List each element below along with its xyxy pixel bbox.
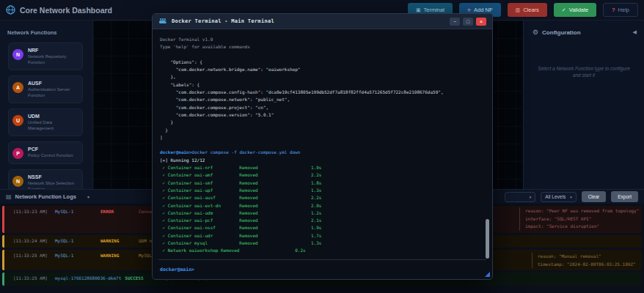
terminal-prompt-text: docker@main> <box>160 149 191 155</box>
terminal-line: docker@main>docker compose -f docker-com… <box>160 149 485 156</box>
terminal-line: "Options": { <box>160 59 485 66</box>
config-title: Configuration <box>542 29 580 36</box>
nf-name: UDM <box>28 114 78 119</box>
terminal-line: ✓ Container oai-smf Removed 1.8s <box>160 179 485 187</box>
sidebar-item-udm[interactable]: UUDMUnified Data Management <box>8 108 83 136</box>
terminal-line: ✓ Container oai-udm Removed 1.2s <box>160 209 485 217</box>
nf-badge: U <box>12 115 23 126</box>
level-filter-dropdown[interactable]: All Levels ▾ <box>541 192 576 202</box>
config-header: ⚙ Configuration ◀ <box>524 21 644 36</box>
terminal-window: Docker Terminal - Main Terminal − □ × Do… <box>152 13 493 280</box>
logs-caret-icon[interactable]: ▼ <box>87 195 90 199</box>
window-controls: − □ × <box>450 18 486 26</box>
nf-description: Policy Control Function <box>28 153 73 159</box>
check-icon: ✓ <box>562 7 566 13</box>
nf-name: NSSF <box>28 174 78 179</box>
nf-description: Authentication Server Function <box>28 87 78 98</box>
log-level: WARNING <box>100 253 135 258</box>
nf-badge: N <box>12 176 23 187</box>
terminal-line: ✓ Container oai-ext-dn Removed 2.0s <box>160 202 485 209</box>
terminal-line: } <box>160 127 485 134</box>
terminal-line: ✓ Container oai-ausf Removed 2.2s <box>160 194 485 201</box>
source-filter-dropdown[interactable]: ▾ <box>505 192 535 202</box>
globe-icon <box>6 5 15 15</box>
logs-title: Network Function Logs <box>15 193 76 200</box>
logs-icon: ▤ <box>6 193 12 200</box>
nf-name: PCF <box>28 146 73 152</box>
level-filter-value: All Levels <box>545 194 566 199</box>
terminal-line: ✓ Container oai-pcf Removed 2.1s <box>160 217 485 224</box>
plus-icon: + <box>467 7 471 14</box>
terminal-window-titlebar[interactable]: Docker Terminal - Main Terminal − □ × <box>153 14 492 29</box>
terminal-line: Docker Terminal v1.0 <box>160 36 485 43</box>
terminal-line: }, <box>160 73 485 81</box>
terminal-line: ✓ Container oai-upf Removed 1.3s <box>160 187 485 194</box>
terminal-line: "com.docker.compose.project": "cn", <box>160 104 485 111</box>
logs-controls: ▾ All Levels ▾ Clear Export <box>505 191 638 202</box>
button-label: Terminal <box>424 7 444 13</box>
log-timestamp: [11:33:23 AM] <box>13 209 51 214</box>
terminal-line: "Labels": { <box>160 81 485 89</box>
config-panel: ⚙ Configuration ◀ Select a Network Funct… <box>523 21 644 189</box>
log-source: MySQL-1 <box>55 209 97 214</box>
gear-icon: ⚙ <box>533 29 538 36</box>
log-level: WARNING <box>100 238 135 243</box>
sidebar-item-nrf[interactable]: NNRFNetwork Repository Function <box>8 42 83 70</box>
log-details: reason: "Manual removal" timestamp: "202… <box>532 253 636 268</box>
trash-icon: ▥ <box>516 7 521 13</box>
resize-handle-icon[interactable] <box>485 272 490 277</box>
button-label: Validate <box>569 7 589 13</box>
sidebar-item-ausf[interactable]: AAUSFAuthentication Server Function <box>8 75 83 103</box>
validate-button[interactable]: ✓Validate <box>554 3 596 17</box>
terminal-line: ✓ Container oai-amf Removed 2.2s <box>160 171 485 179</box>
docker-whale-icon <box>158 18 167 25</box>
terminal-line: ✓ Container mysql Removed 1.3s <box>160 240 485 247</box>
nf-description: Unified Data Management <box>28 120 78 131</box>
chevron-down-icon: ▾ <box>530 195 532 199</box>
terminal-line: "com.docker.network.bridge.name": "oaiwo… <box>160 66 485 73</box>
terminal-icon: ▣ <box>416 7 421 13</box>
clear-logs-button[interactable]: Clear <box>582 191 607 202</box>
nf-badge: P <box>12 148 23 159</box>
button-label: Help <box>618 7 629 13</box>
log-source: mysql-1766128680036-dkm7t <box>55 275 121 281</box>
terminal-line: ✓ Network oaiworkshop Removed 0.2s <box>160 247 485 254</box>
nf-badge: A <box>12 82 23 93</box>
nf-name: NRF <box>28 48 78 53</box>
page-title: Core Network Dashboard <box>20 6 112 15</box>
button-label: Add NF <box>474 7 492 13</box>
terminal-line: "com.docker.compose.network": "public_ne… <box>160 96 485 103</box>
nf-description: Network Slice Selection Function <box>28 181 78 189</box>
terminal-prompt[interactable]: docker@main> <box>160 267 485 272</box>
terminal-line: [+] Running 12/12 <box>160 157 485 164</box>
terminal-line: } <box>160 119 485 126</box>
maximize-button[interactable]: □ <box>463 18 473 26</box>
terminal-line <box>160 141 485 149</box>
minimize-button[interactable]: − <box>450 18 460 26</box>
terminal-output[interactable]: Docker Terminal v1.0Type 'help' for avai… <box>153 30 492 279</box>
close-button[interactable]: × <box>476 18 486 26</box>
terminal-line: ✓ Container oai-udr Removed 1.7s <box>160 232 485 240</box>
sidebar-item-pcf[interactable]: PPCFPolicy Control Function <box>8 141 83 164</box>
log-level: ERROR <box>100 209 135 214</box>
terminal-line: "com.docker.compose.version": "5.0.1" <box>160 111 485 119</box>
log-timestamp: [11:33:24 AM] <box>13 238 51 243</box>
terminal-line: ] <box>160 134 485 141</box>
sidebar-item-nssf[interactable]: NNSSFNetwork Slice Selection Function <box>8 169 83 189</box>
sidebar-title: Network Functions <box>7 29 92 36</box>
terminal-scrollbar[interactable] <box>486 219 489 259</box>
help-button[interactable]: ?Help <box>603 3 638 17</box>
chevron-down-icon: ▾ <box>570 195 572 199</box>
terminal-line: ✓ Container oai-nrf Removed 1.0s <box>160 164 485 171</box>
question-icon: ? <box>612 7 615 12</box>
config-hint: Select a Network Function type to config… <box>534 65 634 78</box>
log-timestamp: [11:33:25 AM] <box>13 275 51 281</box>
nf-badge: N <box>12 49 23 60</box>
collapse-panel-icon[interactable]: ◀ <box>633 29 637 35</box>
terminal-input-divider <box>158 259 486 260</box>
sidebar: Network Functions NNRFNetwork Repository… <box>0 21 93 189</box>
app-root: Core Network Dashboard ▣Terminal+Add NF▥… <box>0 0 644 293</box>
button-label: Clears <box>523 7 539 13</box>
export-logs-button[interactable]: Export <box>611 191 638 202</box>
clears-button[interactable]: ▥Clears <box>508 3 547 17</box>
